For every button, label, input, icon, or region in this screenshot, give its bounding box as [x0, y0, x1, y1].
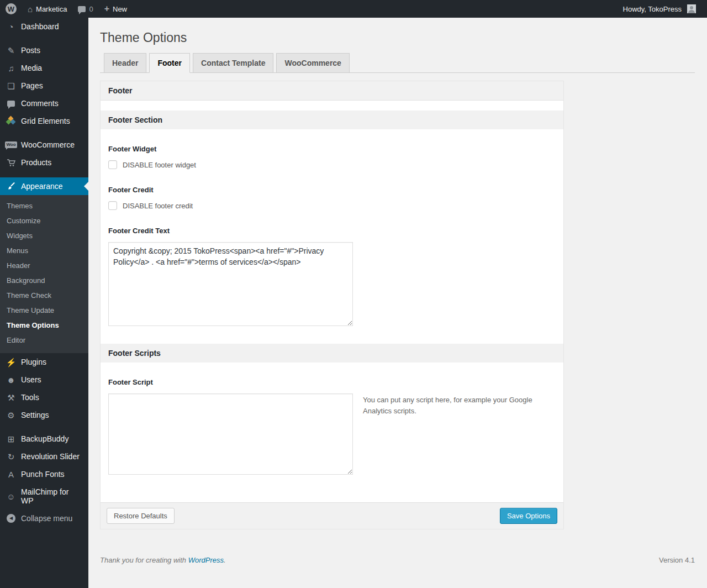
woocommerce-icon: Woo [6, 141, 16, 148]
sidebar-item-appearance[interactable]: Appearance [0, 177, 88, 195]
posts-icon: ✎ [6, 46, 16, 55]
sidebar-item-label: Punch Fonts [21, 470, 65, 479]
settings-icon: ⚙ [6, 411, 16, 419]
sidebar-item-comments[interactable]: Comments [0, 95, 88, 112]
pages-icon: ❏ [6, 82, 16, 90]
sidebar-item-media[interactable]: ♫ Media [0, 59, 88, 77]
panel-gap [101, 101, 563, 111]
plus-icon: + [104, 4, 109, 13]
sidebar-item-punch-fonts[interactable]: A Punch Fonts [0, 465, 88, 483]
site-name-label: Marketica [36, 5, 67, 13]
sidebar-item-label: Posts [21, 46, 40, 55]
sidebar-item-label: BackupBuddy [21, 434, 68, 443]
sidebar-item-label: Users [21, 375, 41, 384]
sidebar-item-label: Revolution Slider [21, 452, 80, 461]
sidebar-item-label: Tools [21, 393, 39, 402]
appearance-submenu: Themes Customize Widgets Menus Header Ba… [0, 195, 88, 353]
collapse-menu-button[interactable]: ◀ Collapse menu [0, 510, 88, 527]
home-icon: ⌂ [28, 4, 33, 14]
dashboard-icon: ◔ [6, 23, 16, 31]
page-title: Theme Options [100, 18, 695, 48]
sidebar-item-settings[interactable]: ⚙ Settings [0, 406, 88, 424]
restore-defaults-button[interactable]: Restore Defaults [107, 508, 175, 524]
comment-bubble-icon [78, 6, 86, 12]
sidebar-item-themes[interactable]: Themes [0, 198, 88, 213]
sidebar-item-dashboard[interactable]: ◔ Dashboard [0, 18, 88, 35]
sidebar-item-theme-check[interactable]: Theme Check [0, 288, 88, 303]
theme-options-tabs: Header Footer Contact Template WooCommer… [100, 53, 695, 73]
footer-script-input[interactable] [108, 393, 353, 475]
site-name-link[interactable]: ⌂ Marketica [22, 0, 72, 18]
comments-icon [6, 101, 16, 107]
sidebar-item-label: Pages [21, 81, 43, 90]
footer-options-panel: Footer Footer Section Footer Widget DISA… [100, 81, 564, 529]
footer-scripts-body: Footer Script You can put any script her… [101, 363, 563, 502]
sidebar-item-posts[interactable]: ✎ Posts [0, 41, 88, 59]
sidebar-item-backupbuddy[interactable]: ⊞ BackupBuddy [0, 430, 88, 448]
howdy-label: Howdy, TokoPress [623, 5, 684, 13]
sidebar-item-label: Comments [21, 99, 59, 108]
sidebar-item-customize[interactable]: Customize [0, 213, 88, 228]
save-options-button[interactable]: Save Options [500, 508, 557, 524]
tab-footer[interactable]: Footer [149, 53, 190, 73]
plugin-icon: ⚡ [6, 358, 16, 366]
disable-footer-widget-checkbox[interactable] [108, 160, 117, 169]
disable-footer-credit-label: DISABLE footer credit [123, 202, 193, 210]
tools-icon: ⚒ [6, 393, 16, 402]
mailchimp-monkey-icon: ☺ [6, 492, 16, 501]
sidebar-item-label: Appearance [21, 182, 63, 191]
new-label: New [113, 5, 127, 13]
media-icon: ♫ [6, 64, 16, 72]
comments-admin-bar-link[interactable]: 0 [72, 0, 98, 18]
sidebar-item-widgets[interactable]: Widgets [0, 228, 88, 243]
collapse-menu-label: Collapse menu [21, 514, 72, 523]
tab-header[interactable]: Header [104, 53, 146, 73]
user-icon: ☻ [6, 376, 16, 384]
wordpress-menu-button[interactable]: W [0, 0, 22, 18]
sidebar-item-header[interactable]: Header [0, 258, 88, 273]
sidebar-item-mailchimp[interactable]: ☺ MailChimp for WP [0, 483, 88, 510]
sidebar-item-theme-update[interactable]: Theme Update [0, 303, 88, 318]
cart-icon [6, 159, 16, 167]
sidebar-item-woocommerce[interactable]: Woo WooCommerce [0, 136, 88, 154]
admin-bar: W ⌂ Marketica 0 + New Howdy, TokoPress [0, 0, 707, 18]
sidebar-item-label: MailChimp for WP [21, 487, 82, 505]
footer-credit-text-input[interactable]: Copyright &copy; 2015 TokoPress<span><a … [108, 242, 353, 326]
tab-woocommerce[interactable]: WooCommerce [276, 53, 349, 73]
footer-section-body: Footer Widget DISABLE footer widget Foot… [101, 129, 563, 344]
sidebar-item-background[interactable]: Background [0, 273, 88, 288]
sidebar-item-label: WooCommerce [21, 140, 75, 149]
footer-section-header: Footer Section [101, 111, 563, 129]
footer-credit-label: Footer Credit [108, 186, 556, 194]
sidebar-item-menus[interactable]: Menus [0, 243, 88, 258]
collapse-arrow-icon: ◀ [6, 514, 16, 523]
footer-script-help-text: You can put any script here, for example… [363, 393, 535, 416]
wordpress-logo-icon: W [6, 3, 17, 14]
main-content: Theme Options Header Footer Contact Temp… [88, 18, 707, 588]
sidebar-item-label: Settings [21, 411, 49, 419]
sidebar-item-products[interactable]: Products [0, 154, 88, 171]
sidebar-item-grid-elements[interactable]: Grid Elements [0, 112, 88, 130]
rotate-arrows-icon: ↻ [6, 453, 16, 461]
footer-widget-label: Footer Widget [108, 145, 556, 153]
thanks-text: Thank you for creating with WordPress. [100, 556, 226, 564]
sidebar-item-editor[interactable]: Editor [0, 333, 88, 348]
sidebar-item-tools[interactable]: ⚒ Tools [0, 389, 88, 406]
sidebar-item-pages[interactable]: ❏ Pages [0, 77, 88, 95]
footer-script-label: Footer Script [108, 378, 556, 386]
panel-footer: Restore Defaults Save Options [101, 502, 563, 529]
panel-title: Footer [101, 81, 563, 101]
account-menu[interactable]: Howdy, TokoPress [618, 0, 707, 18]
tab-contact-template[interactable]: Contact Template [193, 53, 273, 73]
sidebar-item-label: Plugins [21, 358, 46, 366]
sidebar-item-users[interactable]: ☻ Users [0, 371, 88, 389]
sidebar-item-revolution-slider[interactable]: ↻ Revolution Slider [0, 448, 88, 465]
new-content-button[interactable]: + New [99, 0, 133, 18]
disable-footer-credit-checkbox[interactable] [108, 201, 117, 210]
wordpress-link[interactable]: WordPress [188, 556, 224, 564]
grid-elements-icon [6, 117, 16, 125]
admin-sidebar: ◔ Dashboard ✎ Posts ♫ Media ❏ Pages Comm… [0, 18, 88, 588]
sidebar-item-plugins[interactable]: ⚡ Plugins [0, 353, 88, 371]
comment-count: 0 [89, 5, 93, 13]
sidebar-item-theme-options[interactable]: Theme Options [0, 318, 88, 333]
